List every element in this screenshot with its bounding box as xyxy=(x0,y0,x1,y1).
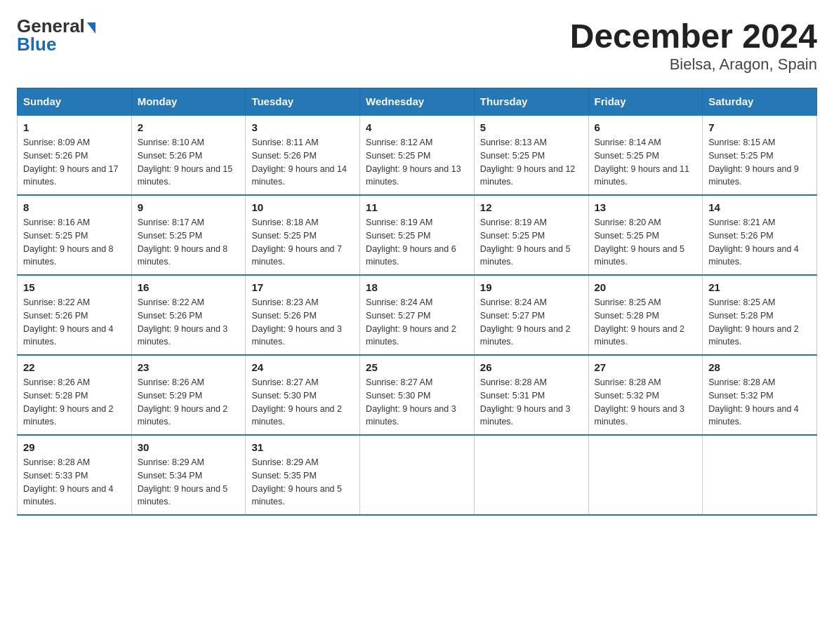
day-info: Sunrise: 8:24 AMSunset: 5:27 PMDaylight:… xyxy=(480,296,583,349)
calendar-week-row: 8Sunrise: 8:16 AMSunset: 5:25 PMDaylight… xyxy=(18,195,817,275)
calendar-cell: 16Sunrise: 8:22 AMSunset: 5:26 PMDayligh… xyxy=(131,275,246,355)
day-info: Sunrise: 8:12 AMSunset: 5:25 PMDaylight:… xyxy=(366,136,468,189)
calendar-cell: 23Sunrise: 8:26 AMSunset: 5:29 PMDayligh… xyxy=(131,355,246,435)
day-info: Sunrise: 8:21 AMSunset: 5:26 PMDaylight:… xyxy=(708,216,811,269)
calendar-cell xyxy=(588,435,703,515)
page-header: General Blue December 2024 Bielsa, Arago… xyxy=(17,17,817,74)
day-number: 29 xyxy=(23,441,126,453)
header-thursday: Thursday xyxy=(474,88,588,116)
day-number: 28 xyxy=(708,361,811,373)
calendar-cell xyxy=(703,435,817,515)
calendar-location: Bielsa, Aragon, Spain xyxy=(570,55,817,74)
day-number: 6 xyxy=(595,121,697,133)
calendar-cell xyxy=(360,435,475,515)
day-info: Sunrise: 8:13 AMSunset: 5:25 PMDaylight:… xyxy=(480,136,583,189)
day-number: 26 xyxy=(480,361,583,373)
day-info: Sunrise: 8:16 AMSunset: 5:25 PMDaylight:… xyxy=(23,216,126,269)
title-block: December 2024 Bielsa, Aragon, Spain xyxy=(570,17,817,74)
calendar-cell: 28Sunrise: 8:28 AMSunset: 5:32 PMDayligh… xyxy=(703,355,817,435)
day-number: 27 xyxy=(595,361,697,373)
day-info: Sunrise: 8:10 AMSunset: 5:26 PMDaylight:… xyxy=(138,136,240,189)
day-info: Sunrise: 8:29 AMSunset: 5:34 PMDaylight:… xyxy=(138,456,240,509)
day-number: 19 xyxy=(480,281,583,293)
calendar-cell: 6Sunrise: 8:14 AMSunset: 5:25 PMDaylight… xyxy=(588,115,703,195)
day-number: 10 xyxy=(251,201,354,213)
day-info: Sunrise: 8:11 AMSunset: 5:26 PMDaylight:… xyxy=(251,136,354,189)
calendar-cell: 5Sunrise: 8:13 AMSunset: 5:25 PMDaylight… xyxy=(474,115,588,195)
calendar-cell: 14Sunrise: 8:21 AMSunset: 5:26 PMDayligh… xyxy=(703,195,817,275)
calendar-title: December 2024 xyxy=(570,17,817,55)
day-info: Sunrise: 8:14 AMSunset: 5:25 PMDaylight:… xyxy=(595,136,697,189)
day-info: Sunrise: 8:22 AMSunset: 5:26 PMDaylight:… xyxy=(138,296,240,349)
calendar-cell: 17Sunrise: 8:23 AMSunset: 5:26 PMDayligh… xyxy=(246,275,360,355)
day-info: Sunrise: 8:18 AMSunset: 5:25 PMDaylight:… xyxy=(251,216,354,269)
calendar-cell: 8Sunrise: 8:16 AMSunset: 5:25 PMDaylight… xyxy=(18,195,132,275)
day-number: 3 xyxy=(251,121,354,133)
day-number: 18 xyxy=(366,281,468,293)
calendar-header-row: SundayMondayTuesdayWednesdayThursdayFrid… xyxy=(18,88,817,116)
day-info: Sunrise: 8:25 AMSunset: 5:28 PMDaylight:… xyxy=(708,296,811,349)
calendar-table: SundayMondayTuesdayWednesdayThursdayFrid… xyxy=(17,88,817,516)
header-monday: Monday xyxy=(131,88,246,116)
calendar-cell: 21Sunrise: 8:25 AMSunset: 5:28 PMDayligh… xyxy=(703,275,817,355)
day-info: Sunrise: 8:22 AMSunset: 5:26 PMDaylight:… xyxy=(23,296,126,349)
day-number: 30 xyxy=(138,441,240,453)
day-number: 17 xyxy=(251,281,354,293)
calendar-week-row: 1Sunrise: 8:09 AMSunset: 5:26 PMDaylight… xyxy=(18,115,817,195)
day-info: Sunrise: 8:24 AMSunset: 5:27 PMDaylight:… xyxy=(366,296,468,349)
calendar-cell xyxy=(474,435,588,515)
day-info: Sunrise: 8:25 AMSunset: 5:28 PMDaylight:… xyxy=(595,296,697,349)
day-number: 24 xyxy=(251,361,354,373)
day-number: 8 xyxy=(23,201,126,213)
calendar-cell: 2Sunrise: 8:10 AMSunset: 5:26 PMDaylight… xyxy=(131,115,246,195)
day-info: Sunrise: 8:29 AMSunset: 5:35 PMDaylight:… xyxy=(251,456,354,509)
day-number: 16 xyxy=(138,281,240,293)
header-wednesday: Wednesday xyxy=(360,88,475,116)
calendar-cell: 26Sunrise: 8:28 AMSunset: 5:31 PMDayligh… xyxy=(474,355,588,435)
logo-general-text: General xyxy=(17,17,85,35)
day-number: 13 xyxy=(595,201,697,213)
day-number: 1 xyxy=(23,121,126,133)
header-friday: Friday xyxy=(588,88,703,116)
day-info: Sunrise: 8:28 AMSunset: 5:33 PMDaylight:… xyxy=(23,456,126,509)
day-number: 9 xyxy=(138,201,240,213)
calendar-cell: 11Sunrise: 8:19 AMSunset: 5:25 PMDayligh… xyxy=(360,195,475,275)
calendar-cell: 20Sunrise: 8:25 AMSunset: 5:28 PMDayligh… xyxy=(588,275,703,355)
day-info: Sunrise: 8:26 AMSunset: 5:29 PMDaylight:… xyxy=(138,376,240,429)
day-number: 14 xyxy=(708,201,811,213)
day-info: Sunrise: 8:28 AMSunset: 5:32 PMDaylight:… xyxy=(595,376,697,429)
calendar-week-row: 15Sunrise: 8:22 AMSunset: 5:26 PMDayligh… xyxy=(18,275,817,355)
day-info: Sunrise: 8:20 AMSunset: 5:25 PMDaylight:… xyxy=(595,216,697,269)
calendar-cell: 13Sunrise: 8:20 AMSunset: 5:25 PMDayligh… xyxy=(588,195,703,275)
day-number: 21 xyxy=(708,281,811,293)
day-number: 15 xyxy=(23,281,126,293)
header-saturday: Saturday xyxy=(703,88,817,116)
day-info: Sunrise: 8:19 AMSunset: 5:25 PMDaylight:… xyxy=(480,216,583,269)
header-sunday: Sunday xyxy=(18,88,132,116)
calendar-cell: 31Sunrise: 8:29 AMSunset: 5:35 PMDayligh… xyxy=(246,435,360,515)
day-info: Sunrise: 8:17 AMSunset: 5:25 PMDaylight:… xyxy=(138,216,240,269)
calendar-cell: 18Sunrise: 8:24 AMSunset: 5:27 PMDayligh… xyxy=(360,275,475,355)
logo: General Blue xyxy=(17,17,95,53)
day-info: Sunrise: 8:15 AMSunset: 5:25 PMDaylight:… xyxy=(708,136,811,189)
calendar-cell: 19Sunrise: 8:24 AMSunset: 5:27 PMDayligh… xyxy=(474,275,588,355)
day-info: Sunrise: 8:28 AMSunset: 5:31 PMDaylight:… xyxy=(480,376,583,429)
calendar-cell: 30Sunrise: 8:29 AMSunset: 5:34 PMDayligh… xyxy=(131,435,246,515)
day-number: 25 xyxy=(366,361,468,373)
day-number: 11 xyxy=(366,201,468,213)
day-number: 12 xyxy=(480,201,583,213)
day-info: Sunrise: 8:27 AMSunset: 5:30 PMDaylight:… xyxy=(366,376,468,429)
day-info: Sunrise: 8:23 AMSunset: 5:26 PMDaylight:… xyxy=(251,296,354,349)
calendar-cell: 1Sunrise: 8:09 AMSunset: 5:26 PMDaylight… xyxy=(18,115,132,195)
calendar-cell: 10Sunrise: 8:18 AMSunset: 5:25 PMDayligh… xyxy=(246,195,360,275)
calendar-cell: 3Sunrise: 8:11 AMSunset: 5:26 PMDaylight… xyxy=(246,115,360,195)
day-number: 5 xyxy=(480,121,583,133)
day-number: 4 xyxy=(366,121,468,133)
calendar-week-row: 22Sunrise: 8:26 AMSunset: 5:28 PMDayligh… xyxy=(18,355,817,435)
calendar-week-row: 29Sunrise: 8:28 AMSunset: 5:33 PMDayligh… xyxy=(18,435,817,515)
day-info: Sunrise: 8:26 AMSunset: 5:28 PMDaylight:… xyxy=(23,376,126,429)
day-number: 22 xyxy=(23,361,126,373)
day-number: 2 xyxy=(138,121,240,133)
day-number: 20 xyxy=(595,281,697,293)
calendar-cell: 9Sunrise: 8:17 AMSunset: 5:25 PMDaylight… xyxy=(131,195,246,275)
